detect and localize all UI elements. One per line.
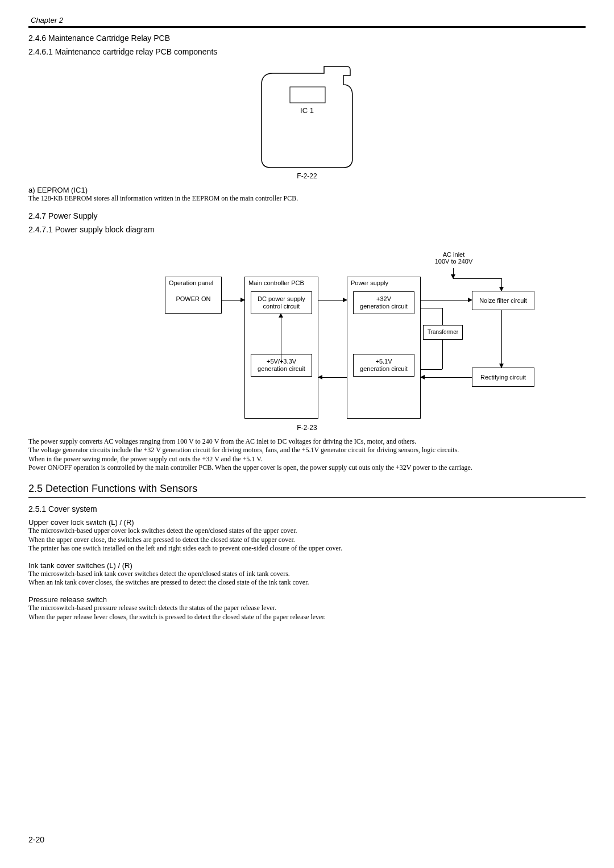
box-operation-panel: Operation panel POWER ON xyxy=(165,277,222,314)
arrow xyxy=(318,300,347,301)
arrow xyxy=(421,300,472,301)
heading-246: 2.4.6 Maintenance Cartridge Relay PCB xyxy=(28,34,586,43)
box-5v33: +5V/+3.3V generation circuit xyxy=(251,354,312,377)
dc-power-l2: control circuit xyxy=(263,303,300,310)
pressure-2: When the paper release lever closes, the… xyxy=(28,613,586,622)
fig-caption-f223: F-2-23 xyxy=(28,424,586,432)
heading-2471: 2.4.7.1 Power supply block diagram xyxy=(28,225,586,234)
dc-power-l1: DC power supply xyxy=(258,295,305,302)
heading-25: 2.5 Detection Functions with Sensors xyxy=(28,483,586,495)
v51-l2: generation circuit xyxy=(360,365,408,372)
figure-f-2-22: IC 1 xyxy=(239,62,375,170)
arrow xyxy=(421,369,442,370)
heading-251: 2.5.1 Cover system xyxy=(28,504,586,514)
ac-inlet-text2: 100V to 240V xyxy=(435,258,473,265)
arrow xyxy=(442,308,443,325)
figure-f-2-23: AC inlet 100V to 240V Operation panel PO… xyxy=(97,251,517,422)
eeprom-body: The 128-KB EEPROM stores all information… xyxy=(28,194,586,203)
upper-cover-1: The microswitch-based upper cover lock s… xyxy=(28,527,586,536)
ic1-label: IC 1 xyxy=(300,106,314,115)
heading-2461: 2.4.6.1 Maintenance cartridge relay PCB … xyxy=(28,47,586,56)
pressure-1: The microswitch-based pressure release s… xyxy=(28,604,586,613)
ps-body4: Power ON/OFF operation is controlled by … xyxy=(28,464,586,473)
page-number: 2-20 xyxy=(28,835,44,844)
box-dc-power: DC power supply control circuit xyxy=(251,291,312,314)
v5v33-l2: generation circuit xyxy=(258,365,305,372)
ink-tank-heading: Ink tank cover switches (L) / (R) xyxy=(28,561,586,570)
op-panel-label: Operation panel xyxy=(169,279,213,286)
v32-l2: generation circuit xyxy=(360,303,408,310)
pressure-heading: Pressure release switch xyxy=(28,595,586,604)
ps-body3: When in the power saving mode, the power… xyxy=(28,455,586,464)
ink-tank-1: The microswitch-based ink tank cover swi… xyxy=(28,570,586,579)
heading-247: 2.4.7 Power Supply xyxy=(28,211,586,220)
v5v33-l1: +5V/+3.3V xyxy=(267,358,296,365)
ink-tank-2: When an ink tank cover closes, the switc… xyxy=(28,578,586,587)
arrow xyxy=(442,340,443,369)
main-controller-label: Main controller PCB xyxy=(248,279,304,286)
arrow xyxy=(318,377,347,378)
box-rectifying: Rectifying circuit xyxy=(472,368,534,387)
arrow xyxy=(453,268,454,278)
upper-cover-heading: Upper cover lock switch (L) / (R) xyxy=(28,518,586,527)
arrow xyxy=(453,278,501,279)
ps-body1: The power supply converts AC voltages ra… xyxy=(28,437,586,446)
fig-caption-f222: F-2-22 xyxy=(28,172,586,180)
arrow xyxy=(222,300,244,301)
arrow xyxy=(501,278,502,291)
header-rule xyxy=(28,26,586,28)
v51-l1: +5.1V xyxy=(375,358,392,365)
ac-inlet-text1: AC inlet xyxy=(443,251,465,258)
chapter-header: Chapter 2 xyxy=(28,16,586,24)
arrow xyxy=(421,308,442,308)
arrow xyxy=(421,377,472,378)
section-rule xyxy=(28,497,586,498)
ps-body2: The voltage generator circuits include t… xyxy=(28,446,586,455)
upper-cover-3: The printer has one switch installed on … xyxy=(28,544,586,553)
upper-cover-2: When the upper cover close, the switches… xyxy=(28,536,586,545)
box-32v: +32V generation circuit xyxy=(353,291,414,314)
power-on-label: POWER ON xyxy=(167,295,220,302)
box-noise-filter: Noize filter circuit xyxy=(472,291,534,310)
svg-rect-0 xyxy=(290,87,325,103)
ac-inlet-label: AC inlet 100V to 240V xyxy=(425,251,482,265)
box-transformer: Transformer xyxy=(423,325,463,340)
arrow xyxy=(501,310,502,368)
v32-l1: +32V xyxy=(376,295,391,302)
eeprom-heading: a) EEPROM (IC1) xyxy=(28,186,586,194)
arrow xyxy=(281,314,281,364)
power-supply-label: Power supply xyxy=(351,279,388,286)
box-main-controller: Main controller PCB DC power supply cont… xyxy=(244,277,318,419)
box-51v: +5.1V generation circuit xyxy=(353,354,414,377)
box-power-supply: Power supply +32V generation circuit +5.… xyxy=(347,277,421,419)
